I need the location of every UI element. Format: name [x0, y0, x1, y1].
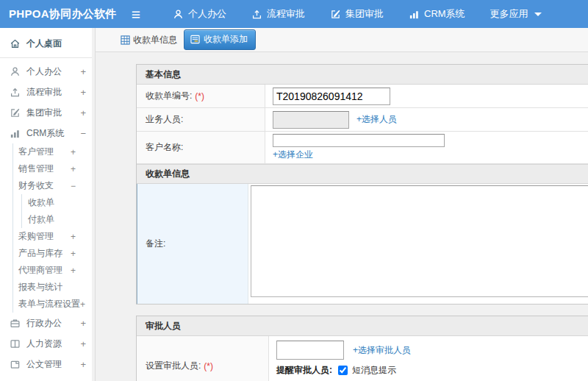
sidebar-scrollbar[interactable] — [92, 28, 95, 381]
expand-icon[interactable]: + — [80, 299, 85, 310]
expand-icon[interactable]: + — [71, 266, 76, 276]
divider — [0, 57, 95, 58]
app-logo: PHPOA协同办公软件 — [0, 7, 123, 21]
sidebar-item-label: 代理商管理 — [18, 264, 62, 277]
sidebar-item-label: 客户管理 — [18, 146, 54, 158]
topnav-more-apps[interactable]: 更多应用 — [478, 7, 554, 21]
topnav-group-approval[interactable]: 集团审批 — [318, 7, 396, 21]
expand-icon[interactable]: + — [80, 318, 86, 329]
tab-receipt-info[interactable]: 收款单信息 — [121, 34, 177, 46]
approver-input[interactable] — [276, 341, 344, 360]
chart-icon — [10, 128, 21, 139]
finance-submenu: 收款单 付款单 — [21, 194, 95, 228]
approver-form-table: 审批人员 设置审批人员: (*) +选择审批人员 提醒审批人员: — [136, 316, 588, 381]
sidebar-item-label: 个人办公 — [26, 65, 62, 78]
sidebar: 个人桌面 个人办公 + 流程审批 + 集团审批 + CRM系统 − 客户管理 + — [0, 28, 96, 381]
expand-icon[interactable]: + — [80, 107, 86, 118]
topnav-label: 集团审批 — [345, 7, 384, 21]
topnav-label: 个人办公 — [188, 7, 226, 21]
set-approver-cell: +选择审批人员 提醒审批人员: 短消息提示 注：流程第一步审批人员，这里选择你的… — [269, 336, 588, 381]
sidebar-item-payment[interactable]: 付款单 — [22, 211, 95, 228]
form-row-remark: 备注: — [137, 184, 588, 304]
sidebar-item-reports-stats[interactable]: 报表与统计 — [13, 279, 95, 296]
receipt-no-label: 收款单编号: (*) — [137, 85, 265, 107]
salesman-input[interactable] — [273, 111, 349, 129]
customer-label: 客户名称: — [137, 132, 265, 163]
topnav-workflow-approval[interactable]: 流程审批 — [239, 7, 318, 21]
sidebar-item-document-mgmt[interactable]: 公文管理 + — [0, 354, 95, 374]
sidebar-item-customer-mgmt[interactable]: 客户管理 + — [13, 143, 95, 160]
salesman-cell: +选择人员 — [265, 108, 588, 131]
customer-cell: +选择企业 — [265, 132, 588, 163]
expand-icon[interactable]: + — [71, 249, 76, 259]
sidebar-item-form-flow-settings[interactable]: 表单与流程设置 + — [13, 296, 95, 313]
expand-icon[interactable]: + — [80, 359, 86, 370]
sidebar-item-admin-office[interactable]: 行政办公 + — [0, 313, 95, 333]
sidebar-item-human-resources[interactable]: 人力资源 + — [0, 333, 95, 354]
required-mark: (*) — [195, 91, 204, 102]
form-add-icon — [190, 35, 200, 44]
select-approver-link[interactable]: +选择审批人员 — [353, 344, 411, 357]
customer-input[interactable] — [273, 134, 445, 147]
sidebar-item-agent-mgmt[interactable]: 代理商管理 + — [13, 262, 95, 279]
sidebar-item-label: CRM系统 — [26, 127, 64, 140]
salesman-label: 业务人员: — [137, 108, 265, 131]
sidebar-item-label: 公文管理 — [26, 358, 62, 371]
collapse-icon[interactable]: − — [80, 128, 86, 139]
topnav-label: 流程审批 — [267, 7, 305, 21]
sidebar-item-crm-system[interactable]: CRM系统 − — [0, 123, 95, 143]
approver-input-line: +选择审批人员 — [276, 341, 411, 360]
sidebar-item-workflow-approval[interactable]: 流程审批 + — [0, 82, 95, 102]
caret-down-icon — [534, 13, 542, 16]
select-person-link[interactable]: +选择人员 — [356, 113, 397, 126]
sidebar-item-label: 流程审批 — [26, 86, 62, 99]
receipt-form-table: 基本信息 收款单编号: (*) 收款单 业务人员: +选择人员 — [136, 64, 588, 305]
tab-bar: 收款单信息 收款单添加 — [96, 28, 588, 52]
set-approver-label: 设置审批人员: (*) — [137, 336, 269, 381]
table-icon — [121, 35, 130, 45]
section-title-receipt-info: 收款单信息 — [137, 164, 588, 184]
upload-icon — [251, 9, 262, 20]
sidebar-item-personal-office[interactable]: 个人办公 + — [0, 61, 95, 82]
sidebar-item-finance[interactable]: 财务收支 − — [13, 177, 95, 194]
user-icon — [173, 9, 184, 20]
topnav-crm-system[interactable]: CRM系统 — [396, 7, 478, 21]
sidebar-item-receipt[interactable]: 收款单 — [22, 194, 95, 211]
receipt-no-cell — [265, 85, 588, 107]
select-company-link[interactable]: +选择企业 — [273, 149, 313, 161]
tab-label: 收款单添加 — [204, 33, 248, 46]
sidebar-item-label: 收款单 — [28, 196, 54, 209]
receipt-no-input[interactable] — [273, 88, 390, 105]
edit-icon — [330, 9, 341, 20]
main-area: 收款单信息 收款单添加 基本信息 收款单编号: (*) — [96, 28, 588, 381]
tab-receipt-add-active[interactable]: 收款单添加 — [184, 29, 256, 50]
topnav-personal-office[interactable]: 个人办公 — [160, 7, 239, 21]
remind-approver-line: 提醒审批人员: 短消息提示 — [276, 364, 396, 377]
book-icon — [10, 338, 21, 349]
expand-icon[interactable]: + — [71, 164, 76, 174]
expand-icon[interactable]: + — [71, 147, 76, 157]
top-nav: 个人办公 流程审批 集团审批 CRM系统 更多应用 — [160, 7, 554, 21]
expand-icon[interactable]: + — [80, 338, 86, 349]
sidebar-item-sales-mgmt[interactable]: 销售管理 + — [13, 160, 95, 177]
expand-icon[interactable]: + — [71, 232, 76, 242]
sidebar-item-label: 个人桌面 — [26, 38, 62, 50]
topbar: PHPOA协同办公软件 ≡ 个人办公 流程审批 集团审批 CRM系统 更多应用 — [0, 0, 588, 28]
main-layout: 个人桌面 个人办公 + 流程审批 + 集团审批 + CRM系统 − 客户管理 + — [0, 28, 588, 381]
sidebar-item-purchase-mgmt[interactable]: 采购管理 + — [13, 228, 95, 245]
sms-remind-checkbox[interactable] — [338, 366, 348, 375]
sidebar-toggle-icon[interactable]: ≡ — [123, 7, 148, 22]
required-mark: (*) — [204, 361, 213, 371]
remark-textarea[interactable] — [251, 185, 588, 297]
expand-icon[interactable]: + — [80, 87, 86, 98]
sidebar-item-product-inventory[interactable]: 产品与库存 + — [13, 245, 95, 262]
collapse-icon[interactable]: − — [71, 181, 76, 191]
home-icon — [10, 38, 21, 49]
chart-icon — [409, 9, 420, 20]
sidebar-item-label: 集团审批 — [26, 107, 62, 119]
sidebar-item-personal-desktop[interactable]: 个人桌面 — [0, 32, 95, 54]
sidebar-item-group-approval[interactable]: 集团审批 + — [0, 102, 95, 123]
expand-icon[interactable]: + — [80, 66, 86, 77]
tab-label: 收款单信息 — [133, 34, 177, 46]
sidebar-item-label: 人力资源 — [26, 338, 62, 350]
